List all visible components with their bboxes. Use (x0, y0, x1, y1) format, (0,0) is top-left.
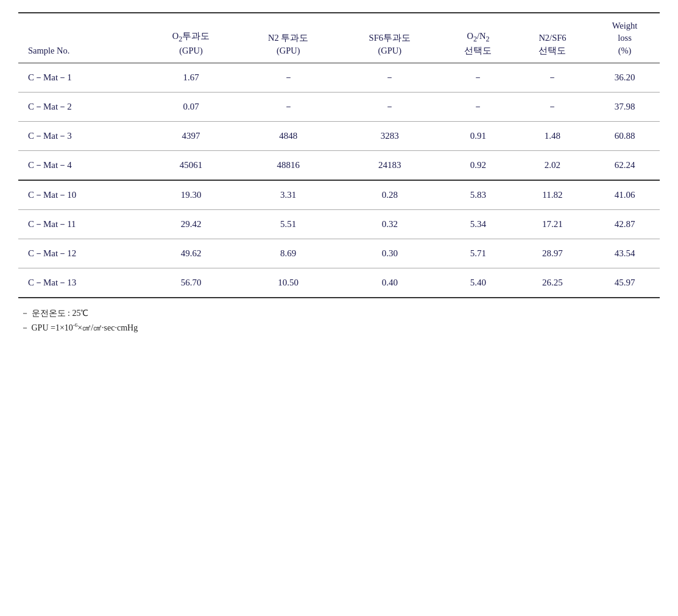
header-n2: N2 투과도 (GPU) (238, 13, 339, 63)
cell-weight: 36.20 (590, 63, 660, 92)
header-n2sf6: N2/SF6 선택도 (515, 13, 590, 63)
table-container: Sample No. O2투과도 (GPU) N2 투과도 (GPU) SF6투… (18, 12, 660, 334)
header-o2: O2투과도 (GPU) (144, 13, 238, 63)
cell-n2: － (238, 63, 339, 92)
cell-o2n2: 5.40 (441, 268, 515, 298)
cell-sample: C－Mat－2 (18, 92, 144, 121)
cell-n2: 4848 (238, 121, 339, 150)
cell-weight: 43.54 (590, 239, 660, 268)
table-row: C－Mat－1129.425.510.325.3417.2142.87 (18, 209, 660, 239)
cell-n2sf6: 28.97 (515, 239, 590, 268)
cell-sf6: 3283 (338, 121, 441, 150)
cell-o2n2: 5.71 (441, 239, 515, 268)
cell-n2sf6: 1.48 (515, 121, 590, 150)
cell-weight: 37.98 (590, 92, 660, 121)
cell-o2: 49.62 (144, 239, 238, 268)
cell-n2: 5.51 (238, 209, 339, 239)
cell-weight: 41.06 (590, 180, 660, 210)
cell-n2: 48816 (238, 150, 339, 180)
cell-n2sf6: 2.02 (515, 150, 590, 180)
data-table: Sample No. O2투과도 (GPU) N2 투과도 (GPU) SF6투… (18, 12, 660, 298)
cell-o2n2: 5.34 (441, 209, 515, 239)
table-row: C－Mat－44506148816241830.922.0262.24 (18, 150, 660, 180)
cell-weight: 45.97 (590, 268, 660, 298)
cell-sf6: 24183 (338, 150, 441, 180)
cell-o2n2: － (441, 63, 515, 92)
cell-weight: 62.24 (590, 150, 660, 180)
cell-sf6: － (338, 92, 441, 121)
header-row: Sample No. O2투과도 (GPU) N2 투과도 (GPU) SF6투… (18, 13, 660, 63)
cell-o2: 19.30 (144, 180, 238, 210)
cell-o2: 1.67 (144, 63, 238, 92)
cell-weight: 42.87 (590, 209, 660, 239)
cell-o2n2: 0.91 (441, 121, 515, 150)
header-weight: Weightloss (%) (590, 13, 660, 63)
table-row: C－Mat－1249.628.690.305.7128.9743.54 (18, 239, 660, 268)
cell-n2: 3.31 (238, 180, 339, 210)
table-row: C－Mat－1019.303.310.285.8311.8241.06 (18, 180, 660, 210)
cell-o2: 0.07 (144, 92, 238, 121)
table-row: C－Mat－1356.7010.500.405.4026.2545.97 (18, 268, 660, 298)
cell-n2sf6: － (515, 63, 590, 92)
header-sf6: SF6투과도 (GPU) (338, 13, 441, 63)
cell-n2sf6: 11.82 (515, 180, 590, 210)
cell-n2sf6: 26.25 (515, 268, 590, 298)
header-o2n2: O2/N2 선택도 (441, 13, 515, 63)
cell-o2n2: － (441, 92, 515, 121)
cell-n2: 8.69 (238, 239, 339, 268)
footnote-section: － 운전온도 : 25℃ － GPU =1×10-6×㎤/㎠·sec·cmHg (18, 308, 660, 334)
cell-sf6: 0.32 (338, 209, 441, 239)
header-sample: Sample No. (18, 13, 144, 63)
cell-sample: C－Mat－13 (18, 268, 144, 298)
footnote-1: － 운전온도 : 25℃ (21, 308, 660, 319)
table-row: C－Mat－20.07－－－－37.98 (18, 92, 660, 121)
cell-sample: C－Mat－12 (18, 239, 144, 268)
cell-n2: － (238, 92, 339, 121)
cell-sf6: － (338, 63, 441, 92)
cell-n2sf6: － (515, 92, 590, 121)
cell-o2n2: 0.92 (441, 150, 515, 180)
cell-o2n2: 5.83 (441, 180, 515, 210)
cell-sf6: 0.30 (338, 239, 441, 268)
cell-sample: C－Mat－4 (18, 150, 144, 180)
cell-n2sf6: 17.21 (515, 209, 590, 239)
cell-sf6: 0.28 (338, 180, 441, 210)
cell-o2: 56.70 (144, 268, 238, 298)
cell-sample: C－Mat－1 (18, 63, 144, 92)
cell-weight: 60.88 (590, 121, 660, 150)
table-row: C－Mat－34397484832830.911.4860.88 (18, 121, 660, 150)
cell-o2: 4397 (144, 121, 238, 150)
footnote-2: － GPU =1×10-6×㎤/㎠·sec·cmHg (21, 323, 660, 334)
cell-o2: 29.42 (144, 209, 238, 239)
cell-sample: C－Mat－11 (18, 209, 144, 239)
cell-sample: C－Mat－10 (18, 180, 144, 210)
cell-o2: 45061 (144, 150, 238, 180)
cell-sf6: 0.40 (338, 268, 441, 298)
cell-n2: 10.50 (238, 268, 339, 298)
table-row: C－Mat－11.67－－－－36.20 (18, 63, 660, 92)
cell-sample: C－Mat－3 (18, 121, 144, 150)
